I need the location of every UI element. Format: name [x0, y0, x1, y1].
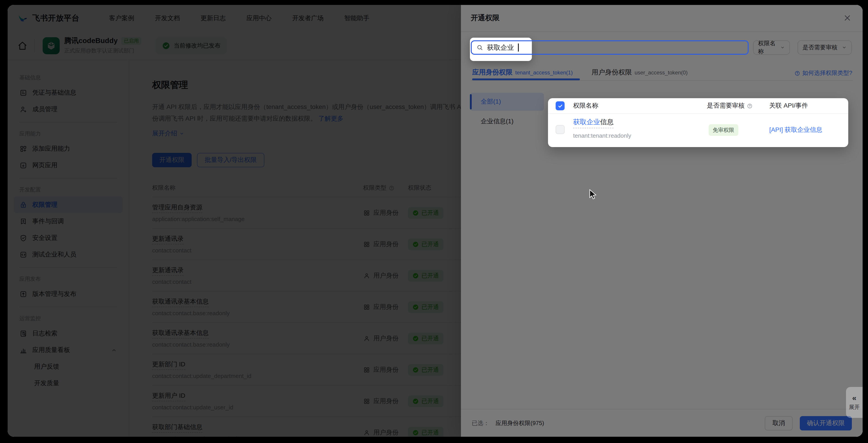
results-header: 权限名称 是否需要审核 关联 API/事件 [548, 98, 848, 113]
search-dropdown-overlay[interactable] [8, 5, 863, 437]
results-col-api: 关联 API/事件 [769, 102, 808, 110]
text-caret [518, 43, 519, 52]
result-permission-scope: tenant:tenant:readonly [573, 132, 631, 139]
screenshot-stage: 飞书开放平台 客户案例开发文档更新日志应用中心开发者广场智能助手 腾讯codeB… [0, 0, 868, 443]
double-chevron-left-icon: « [852, 394, 857, 402]
select-all-checkbox[interactable] [556, 101, 565, 110]
result-name-highlight: 获取企业 [573, 118, 600, 126]
results-col-audit-label: 是否需要审核 [707, 102, 745, 110]
results-col-audit: 是否需要审核 [707, 102, 753, 110]
expand-handle[interactable]: « 展开 [846, 387, 863, 418]
result-name-rest: 信息 [600, 118, 614, 126]
search-text: 获取企业 [487, 43, 514, 52]
search-input-content: 获取企业 [476, 40, 519, 55]
related-api-link[interactable]: [API] 获取企业信息 [769, 126, 822, 134]
expand-handle-label: 展开 [849, 403, 860, 411]
mouse-cursor [589, 189, 599, 200]
search-icon [476, 44, 484, 51]
row-checkbox[interactable] [556, 125, 565, 134]
question-circle-icon[interactable] [747, 103, 753, 109]
result-permission-name[interactable]: 获取企业信息 [573, 118, 614, 128]
audit-free-badge: 免审权限 [709, 124, 738, 136]
app-window: 飞书开放平台 客户案例开发文档更新日志应用中心开发者广场智能助手 腾讯codeB… [8, 5, 863, 437]
check-icon [557, 103, 563, 109]
search-results-panel: 权限名称 是否需要审核 关联 API/事件 获取企业信息 tenant:tena… [548, 98, 848, 147]
results-divider [548, 113, 848, 114]
results-col-name: 权限名称 [573, 102, 598, 110]
